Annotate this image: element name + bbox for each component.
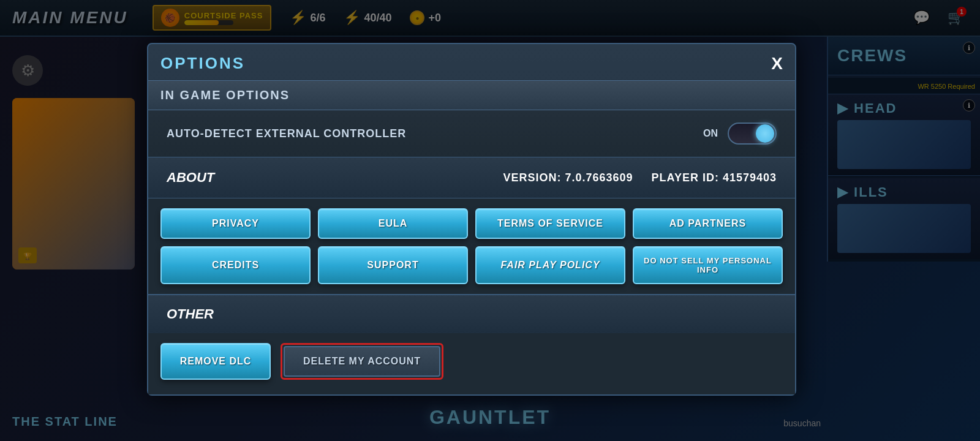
credits-button[interactable]: CREDITS	[160, 246, 311, 284]
version-info: VERSION: 7.0.7663609 PLAYER ID: 41579403	[503, 172, 777, 184]
other-section: OTHER	[148, 294, 795, 333]
version-text: VERSION: 7.0.7663609	[503, 172, 633, 184]
close-button[interactable]: X	[771, 55, 783, 72]
bottom-btn-row: REMOVE DLC DELETE MY ACCOUNT	[148, 333, 795, 394]
in-game-options-section: IN GAME OPTIONS	[148, 80, 795, 110]
remove-dlc-button[interactable]: REMOVE DLC	[160, 343, 271, 380]
delete-account-button[interactable]: DELETE MY ACCOUNT	[284, 346, 440, 377]
eula-button[interactable]: EULA	[318, 208, 468, 239]
toggle-thumb	[756, 124, 774, 143]
button-grid: PRIVACY EULA TERMS OF SERVICE AD PARTNER…	[148, 198, 795, 294]
fair-play-button[interactable]: Fair Play Policy	[475, 246, 625, 284]
toggle-track[interactable]	[728, 123, 777, 145]
modal-overlay: OPTIONS X IN GAME OPTIONS AUTO-DETECT EX…	[0, 0, 980, 441]
toggle-container[interactable]: ON	[703, 123, 777, 145]
in-game-options-title: IN GAME OPTIONS	[160, 88, 290, 102]
dialog-header: OPTIONS X	[148, 44, 795, 80]
options-dialog: OPTIONS X IN GAME OPTIONS AUTO-DETECT EX…	[147, 43, 796, 396]
toggle-on-text: ON	[703, 128, 718, 139]
delete-account-wrapper: DELETE MY ACCOUNT	[281, 343, 443, 380]
ad-partners-button[interactable]: AD PARTNERS	[633, 208, 783, 239]
support-button[interactable]: SUPPORT	[318, 246, 468, 284]
controller-toggle-label: AUTO-DETECT EXTERNAL CONTROLLER	[167, 127, 406, 140]
controller-toggle-row: AUTO-DETECT EXTERNAL CONTROLLER ON	[148, 110, 795, 157]
player-id-text: PLAYER ID: 41579403	[652, 172, 777, 184]
do-not-sell-button[interactable]: Do Not Sell My Personal Info	[633, 246, 783, 284]
about-label: ABOUT	[167, 170, 289, 186]
about-row: ABOUT VERSION: 7.0.7663609 PLAYER ID: 41…	[148, 157, 795, 198]
other-label: OTHER	[167, 306, 214, 322]
dialog-title: OPTIONS	[160, 54, 245, 73]
terms-button[interactable]: TERMS OF SERVICE	[475, 208, 625, 239]
privacy-button[interactable]: PRIVACY	[160, 208, 311, 239]
